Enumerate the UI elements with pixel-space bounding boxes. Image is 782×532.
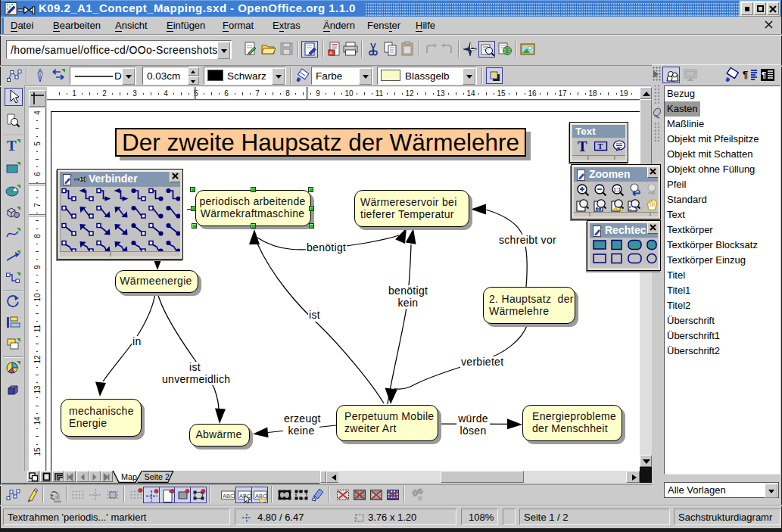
svg-text:Map: Map [121, 472, 137, 481]
svg-text:¶: ¶ [743, 69, 748, 80]
svg-text:ABC: ABC [223, 493, 235, 499]
svg-text:1:1: 1:1 [613, 187, 621, 192]
svg-text:Seite 2: Seite 2 [145, 472, 170, 481]
svg-text:A: A [329, 51, 332, 55]
svg-text:T: T [7, 138, 17, 154]
svg-text:¶: ¶ [762, 70, 766, 79]
svg-text:T: T [598, 142, 603, 151]
svg-text:T: T [578, 139, 587, 153]
